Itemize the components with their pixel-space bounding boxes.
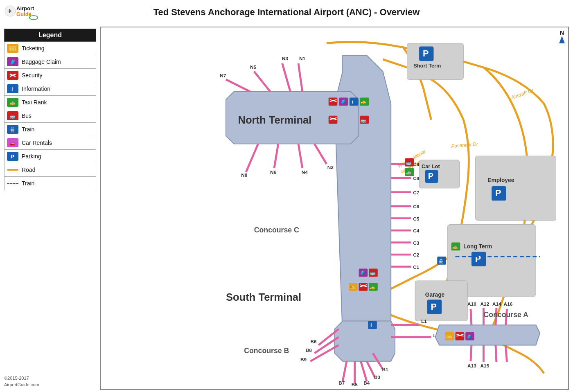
svg-text:A14: A14 bbox=[492, 301, 501, 307]
baggage-label: Baggage Claim bbox=[22, 59, 61, 65]
svg-text:C1: C1 bbox=[413, 264, 420, 270]
svg-text:C4: C4 bbox=[413, 228, 420, 234]
legend-item-ticketing: 🎫 Ticketing bbox=[4, 42, 96, 55]
svg-text:C2: C2 bbox=[413, 252, 420, 258]
svg-text:N8: N8 bbox=[241, 172, 248, 178]
svg-line-103 bbox=[471, 309, 471, 325]
concourse-c-label: Concourse C bbox=[254, 226, 299, 234]
carrentals-label: Car Rentals bbox=[22, 140, 52, 146]
bus-label: Bus bbox=[22, 113, 32, 119]
road-icon bbox=[7, 165, 18, 174]
svg-text:N2: N2 bbox=[327, 164, 334, 170]
svg-text:Guide: Guide bbox=[16, 11, 32, 17]
svg-text:A16: A16 bbox=[504, 301, 513, 307]
logo: ✈ Airport Guide bbox=[4, 2, 53, 20]
ticketing-icon: 🎫 bbox=[7, 44, 18, 53]
svg-text:🚗: 🚗 bbox=[9, 140, 15, 146]
svg-text:B7: B7 bbox=[338, 380, 345, 386]
map-container: N bbox=[100, 27, 569, 390]
information-label: Information bbox=[22, 86, 50, 92]
svg-text:C8: C8 bbox=[413, 176, 420, 181]
concourse-b-label: Concourse B bbox=[244, 347, 289, 355]
legend-item-baggage: 🧳 Baggage Claim bbox=[4, 55, 96, 69]
svg-line-110 bbox=[506, 345, 507, 362]
svg-text:🎫: 🎫 bbox=[10, 45, 16, 52]
svg-text:🚕: 🚕 bbox=[406, 169, 412, 175]
svg-text:🎫: 🎫 bbox=[446, 334, 452, 340]
parking-icon: P bbox=[7, 152, 18, 161]
svg-line-107 bbox=[471, 345, 471, 361]
svg-text:Short Term: Short Term bbox=[413, 63, 441, 69]
trainline-icon bbox=[7, 179, 18, 188]
svg-text:🎫: 🎫 bbox=[350, 284, 356, 290]
svg-text:A10: A10 bbox=[467, 301, 476, 307]
legend-title: Legend bbox=[4, 29, 96, 42]
legend-item-trainline: Train bbox=[4, 177, 96, 190]
svg-text:C6: C6 bbox=[413, 204, 420, 210]
svg-text:Employee: Employee bbox=[487, 177, 514, 183]
svg-text:P: P bbox=[423, 48, 429, 59]
svg-text:A13: A13 bbox=[467, 363, 476, 369]
taxi-icon: 🚕 bbox=[7, 98, 18, 107]
svg-text:N6: N6 bbox=[270, 169, 277, 175]
taxi-label: Taxi Rank bbox=[22, 99, 47, 106]
train-icon: 🚆 bbox=[7, 125, 18, 134]
information-icon: i bbox=[7, 84, 18, 93]
svg-text:i: i bbox=[370, 322, 372, 328]
svg-text:B8: B8 bbox=[306, 347, 312, 353]
svg-text:🚌: 🚌 bbox=[406, 160, 412, 166]
south-terminal-label: South Terminal bbox=[226, 291, 301, 303]
svg-point-4 bbox=[29, 16, 38, 20]
svg-text:Airport: Airport bbox=[16, 5, 34, 11]
train-label: Train bbox=[22, 126, 34, 133]
road-label: Road bbox=[22, 167, 35, 173]
svg-text:P: P bbox=[11, 153, 14, 160]
concourse-a-label: Concourse A bbox=[483, 311, 528, 319]
svg-text:🚕: 🚕 bbox=[452, 244, 458, 250]
svg-text:🚌: 🚌 bbox=[370, 270, 376, 276]
svg-text:i: i bbox=[11, 86, 13, 92]
svg-text:C9: C9 bbox=[413, 162, 420, 167]
svg-line-109 bbox=[496, 345, 496, 362]
compass-arrow bbox=[559, 36, 565, 43]
svg-text:🧳: 🧳 bbox=[466, 333, 473, 340]
svg-text:Long Term: Long Term bbox=[463, 243, 492, 250]
svg-text:🚆: 🚆 bbox=[9, 126, 16, 133]
svg-text:Garage: Garage bbox=[425, 292, 445, 298]
legend-item-information: i Information bbox=[4, 82, 96, 96]
svg-text:🚕: 🚕 bbox=[9, 99, 16, 106]
svg-text:C3: C3 bbox=[413, 240, 420, 246]
svg-text:🚌: 🚌 bbox=[9, 113, 16, 119]
svg-text:B4: B4 bbox=[363, 380, 370, 386]
svg-text:L1: L1 bbox=[421, 318, 427, 324]
security-icon bbox=[7, 71, 18, 80]
svg-text:🧳: 🧳 bbox=[359, 270, 366, 276]
svg-text:✈: ✈ bbox=[7, 8, 12, 14]
legend-item-carrentals: 🚗 Car Rentals bbox=[4, 136, 96, 150]
svg-text:🚌: 🚌 bbox=[360, 117, 366, 123]
svg-rect-142 bbox=[368, 321, 377, 329]
svg-text:N5: N5 bbox=[250, 64, 257, 70]
parking-label: Parking bbox=[22, 153, 41, 160]
baggage-icon: 🧳 bbox=[7, 57, 18, 66]
svg-text:🚆: 🚆 bbox=[438, 258, 444, 264]
svg-text:P: P bbox=[475, 254, 481, 264]
legend-item-bus: 🚌 Bus bbox=[4, 109, 96, 123]
bus-icon: 🚌 bbox=[7, 111, 18, 120]
copyright-text: ©2015-2017AirportGuide.com bbox=[4, 371, 39, 388]
svg-text:N3: N3 bbox=[282, 56, 289, 61]
svg-text:🚕: 🚕 bbox=[361, 99, 366, 104]
airport-map-svg: Aircraft Dr Postmark Dr Winternational A… bbox=[101, 27, 568, 389]
svg-text:P: P bbox=[428, 171, 433, 180]
header: ✈ Airport Guide Ted Stevens Anchorage In… bbox=[0, 0, 573, 25]
svg-text:i: i bbox=[352, 99, 354, 105]
svg-text:N4: N4 bbox=[302, 169, 308, 175]
svg-text:P: P bbox=[431, 302, 437, 312]
page-title: Ted Stevens Anchorage International Airp… bbox=[153, 7, 420, 18]
main-content: Legend 🎫 Ticketing 🧳 Baggage Claim bbox=[0, 25, 573, 392]
legend-item-train: 🚆 Train bbox=[4, 123, 96, 136]
legend-item-parking: P Parking bbox=[4, 150, 96, 163]
logo-svg: ✈ Airport Guide bbox=[4, 2, 53, 20]
svg-text:N7: N7 bbox=[220, 73, 226, 79]
svg-text:A12: A12 bbox=[481, 301, 490, 307]
